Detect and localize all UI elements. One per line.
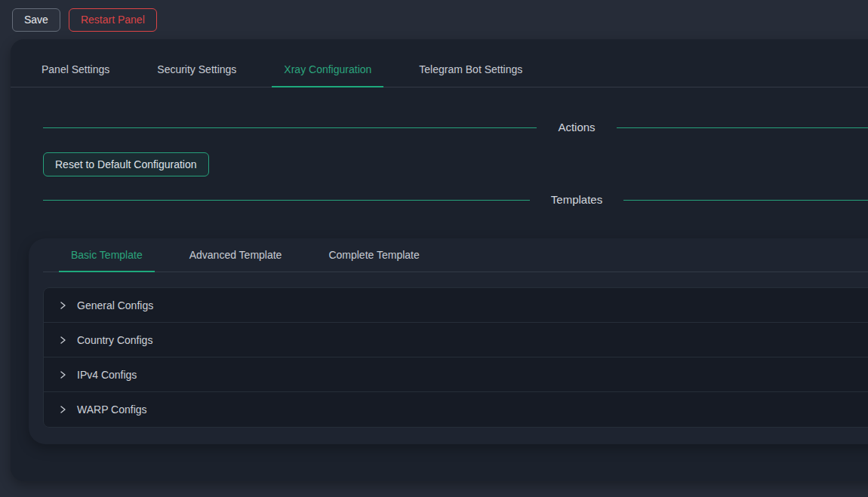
accordion-row-country-configs[interactable]: Country Configs [44, 323, 868, 357]
accordion-row-warp-configs[interactable]: WARP Configs [44, 392, 868, 427]
tab-telegram-bot-settings[interactable]: Telegram Bot Settings [407, 51, 534, 87]
tab-xray-configuration[interactable]: Xray Configuration [272, 51, 383, 87]
restart-panel-button[interactable]: Restart Panel [69, 8, 157, 32]
templates-card: Basic Template Advanced Template Complet… [29, 238, 868, 444]
app-window: Save Restart Panel Panel Settings Securi… [0, 0, 868, 481]
templates-divider: Templates [43, 192, 868, 208]
viewport: Save Restart Panel Panel Settings Securi… [0, 0, 868, 497]
templates-divider-title: Templates [530, 192, 623, 208]
tab-advanced-template[interactable]: Advanced Template [177, 238, 294, 272]
accordion-row-ipv4-configs[interactable]: IPv4 Configs [44, 357, 868, 392]
configs-accordion: General Configs Country Configs [43, 287, 868, 428]
chevron-right-icon [57, 335, 68, 345]
tab-basic-template[interactable]: Basic Template [59, 238, 155, 272]
tab-security-settings[interactable]: Security Settings [145, 51, 248, 87]
chevron-right-icon [57, 300, 68, 311]
settings-card: Panel Settings Security Settings Xray Co… [11, 39, 868, 481]
template-tabs: Basic Template Advanced Template Complet… [43, 238, 868, 272]
top-action-bar: Save Restart Panel [0, 0, 868, 39]
accordion-row-label: Country Configs [77, 334, 152, 346]
settings-tabs: Panel Settings Security Settings Xray Co… [11, 51, 868, 87]
actions-divider-title: Actions [537, 119, 616, 136]
tab-panel-settings[interactable]: Panel Settings [29, 51, 122, 87]
xray-configuration-panel: Actions Reset to Default Configuration T… [11, 119, 868, 444]
tab-complete-template[interactable]: Complete Template [316, 238, 431, 272]
save-button[interactable]: Save [12, 8, 60, 32]
reset-to-default-button[interactable]: Reset to Default Configuration [43, 152, 209, 176]
actions-section: Actions Reset to Default Configuration T… [43, 119, 868, 208]
accordion-row-label: IPv4 Configs [77, 369, 137, 381]
accordion-row-label: WARP Configs [77, 403, 147, 416]
chevron-right-icon [57, 370, 68, 380]
actions-divider: Actions [43, 119, 868, 136]
accordion-row-label: General Configs [77, 299, 153, 311]
accordion-row-general-configs[interactable]: General Configs [44, 288, 868, 323]
chevron-right-icon [57, 404, 68, 415]
